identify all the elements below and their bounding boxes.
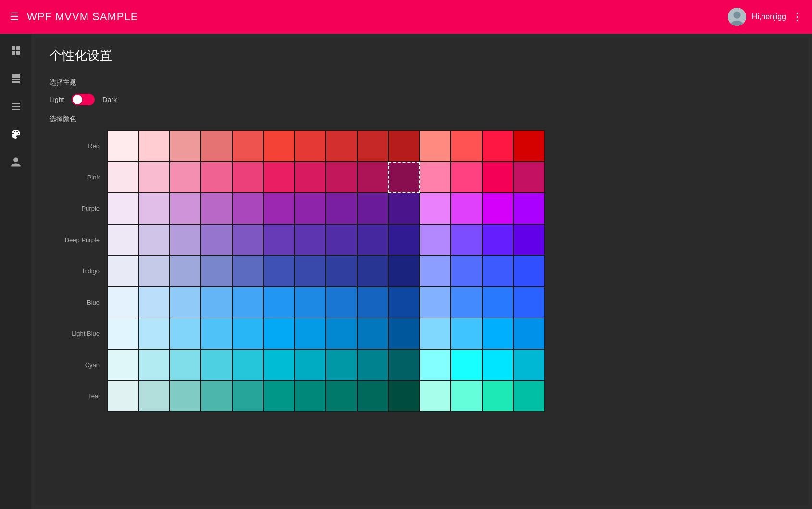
color-swatch[interactable] [420, 349, 451, 381]
color-swatch[interactable] [232, 255, 263, 287]
color-swatch[interactable] [482, 224, 513, 255]
color-swatch[interactable] [451, 130, 482, 162]
color-swatch[interactable] [388, 130, 420, 162]
color-swatch[interactable] [138, 318, 170, 349]
color-swatch[interactable] [420, 255, 451, 287]
color-swatch[interactable] [201, 287, 232, 318]
color-swatch[interactable] [388, 162, 420, 193]
color-swatch[interactable] [201, 318, 232, 349]
color-swatch[interactable] [513, 193, 545, 224]
color-swatch[interactable] [295, 255, 326, 287]
color-swatch[interactable] [138, 162, 170, 193]
color-swatch[interactable] [232, 318, 263, 349]
color-swatch[interactable] [388, 193, 420, 224]
color-swatch[interactable] [420, 193, 451, 224]
color-swatch[interactable] [263, 381, 295, 412]
color-swatch[interactable] [451, 287, 482, 318]
color-swatch[interactable] [138, 255, 170, 287]
color-swatch[interactable] [201, 162, 232, 193]
color-swatch[interactable] [388, 349, 420, 381]
color-swatch[interactable] [295, 224, 326, 255]
color-swatch[interactable] [420, 162, 451, 193]
color-swatch[interactable] [107, 255, 138, 287]
color-swatch[interactable] [138, 381, 170, 412]
color-swatch[interactable] [232, 224, 263, 255]
color-swatch[interactable] [513, 318, 545, 349]
color-swatch[interactable] [482, 162, 513, 193]
color-swatch[interactable] [138, 130, 170, 162]
color-swatch[interactable] [170, 381, 201, 412]
color-swatch[interactable] [295, 381, 326, 412]
color-swatch[interactable] [138, 287, 170, 318]
color-swatch[interactable] [232, 349, 263, 381]
color-swatch[interactable] [263, 287, 295, 318]
color-swatch[interactable] [482, 381, 513, 412]
color-swatch[interactable] [170, 349, 201, 381]
color-swatch[interactable] [513, 162, 545, 193]
color-swatch[interactable] [388, 255, 420, 287]
color-swatch[interactable] [263, 193, 295, 224]
color-swatch[interactable] [451, 193, 482, 224]
color-swatch[interactable] [170, 255, 201, 287]
color-swatch[interactable] [420, 381, 451, 412]
color-swatch[interactable] [107, 381, 138, 412]
color-swatch[interactable] [263, 255, 295, 287]
theme-toggle[interactable] [72, 94, 95, 105]
color-swatch[interactable] [201, 255, 232, 287]
color-swatch[interactable] [138, 224, 170, 255]
color-swatch[interactable] [295, 318, 326, 349]
color-swatch[interactable] [451, 255, 482, 287]
color-swatch[interactable] [170, 287, 201, 318]
color-swatch[interactable] [388, 381, 420, 412]
color-swatch[interactable] [232, 193, 263, 224]
color-swatch[interactable] [357, 318, 388, 349]
color-swatch[interactable] [513, 287, 545, 318]
menu-icon[interactable]: ☰ [10, 11, 19, 23]
color-swatch[interactable] [295, 130, 326, 162]
color-swatch[interactable] [482, 318, 513, 349]
color-swatch[interactable] [107, 224, 138, 255]
color-swatch[interactable] [513, 381, 545, 412]
color-swatch[interactable] [357, 287, 388, 318]
color-swatch[interactable] [326, 318, 357, 349]
color-swatch[interactable] [357, 349, 388, 381]
color-swatch[interactable] [170, 162, 201, 193]
sidebar-item-menu[interactable] [4, 94, 28, 118]
color-swatch[interactable] [232, 287, 263, 318]
color-swatch[interactable] [420, 287, 451, 318]
color-swatch[interactable] [451, 381, 482, 412]
color-swatch[interactable] [357, 162, 388, 193]
color-swatch[interactable] [357, 381, 388, 412]
color-swatch[interactable] [201, 381, 232, 412]
more-icon[interactable]: ⋮ [792, 11, 802, 23]
sidebar-item-table[interactable] [4, 66, 28, 90]
color-swatch[interactable] [107, 318, 138, 349]
color-swatch[interactable] [420, 224, 451, 255]
color-swatch[interactable] [482, 255, 513, 287]
color-swatch[interactable] [388, 318, 420, 349]
color-swatch[interactable] [326, 287, 357, 318]
color-swatch[interactable] [388, 224, 420, 255]
color-swatch[interactable] [263, 318, 295, 349]
color-swatch[interactable] [357, 130, 388, 162]
color-swatch[interactable] [451, 224, 482, 255]
color-swatch[interactable] [420, 318, 451, 349]
color-swatch[interactable] [513, 255, 545, 287]
color-swatch[interactable] [295, 193, 326, 224]
sidebar-item-palette[interactable] [4, 122, 28, 146]
color-swatch[interactable] [451, 318, 482, 349]
color-swatch[interactable] [232, 381, 263, 412]
color-swatch[interactable] [107, 130, 138, 162]
color-swatch[interactable] [388, 287, 420, 318]
color-swatch[interactable] [107, 193, 138, 224]
color-swatch[interactable] [357, 255, 388, 287]
sidebar-item-dashboard[interactable] [4, 38, 28, 63]
color-swatch[interactable] [107, 287, 138, 318]
color-swatch[interactable] [513, 224, 545, 255]
color-swatch[interactable] [263, 130, 295, 162]
color-swatch[interactable] [107, 162, 138, 193]
color-swatch[interactable] [326, 255, 357, 287]
color-swatch[interactable] [295, 162, 326, 193]
color-swatch[interactable] [295, 287, 326, 318]
color-swatch[interactable] [326, 162, 357, 193]
